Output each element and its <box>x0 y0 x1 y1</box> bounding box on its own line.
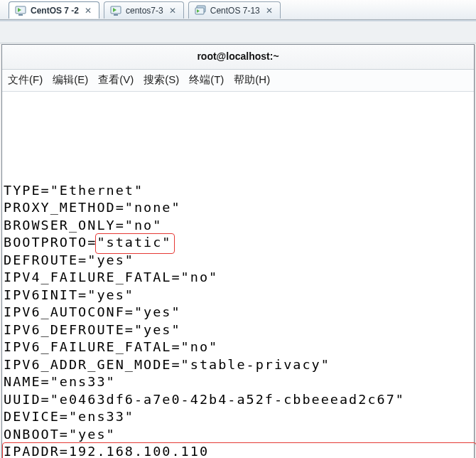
terminal-menu-item[interactable]: 搜索(S) <box>144 73 179 87</box>
vm-tab-label: centos7-3 <box>126 6 163 16</box>
terminal-body[interactable]: https://blog.csdn.net/XuMin6 TYPE="Ether… <box>2 92 474 458</box>
config-line: IPV6INIT="yes" <box>4 287 472 304</box>
vm-tab-label: CentOS 7-13 <box>210 6 260 16</box>
vm-icon <box>15 5 26 16</box>
vm-icon <box>110 5 121 16</box>
config-line: BOOTPROTO="static" <box>4 234 472 252</box>
close-icon[interactable]: ✕ <box>264 6 274 15</box>
config-line: IPV6_FAILURE_FATAL="no" <box>4 339 472 356</box>
config-line: IPV6_DEFROUTE="yes" <box>4 321 472 339</box>
svg-rect-1 <box>18 14 23 16</box>
terminal-titlebar: root@localhost:~ <box>2 45 474 70</box>
window-spacer <box>0 21 476 43</box>
terminal-title: root@localhost:~ <box>197 50 278 62</box>
terminal-menu-item[interactable]: 编辑(E) <box>53 73 88 87</box>
vm-tab[interactable]: CentOS 7-13✕ <box>188 1 281 18</box>
close-icon[interactable]: ✕ <box>83 6 93 15</box>
terminal-menu-item[interactable]: 查看(V) <box>98 73 134 87</box>
vm-tabstrip: CentOS 7 -2✕centos7-3✕CentOS 7-13✕ <box>0 0 476 20</box>
terminal-window: root@localhost:~ 文件(F)编辑(E)查看(V)搜索(S)终端(… <box>1 44 475 458</box>
close-icon[interactable]: ✕ <box>168 6 178 15</box>
config-line: DEFROUTE="yes" <box>4 252 472 270</box>
config-line: BROWSER_ONLY="no" <box>4 217 472 235</box>
config-line: NAME="ens33" <box>4 373 472 391</box>
vm-tab[interactable]: CentOS 7 -2✕ <box>9 1 99 18</box>
vm-icon <box>195 5 206 16</box>
config-line: ONBOOT="yes" <box>4 426 472 444</box>
terminal-menu-item[interactable]: 终端(T) <box>189 73 224 87</box>
config-line: IPV6_ADDR_GEN_MODE="stable-privacy" <box>4 356 472 374</box>
svg-rect-4 <box>114 14 118 16</box>
config-line: IPV6_AUTOCONF="yes" <box>4 304 472 321</box>
config-line: PROXY_METHOD="none" <box>4 199 472 217</box>
config-line: UUID="e0463df6-a7e0-42b4-a52f-cbbeeead2c… <box>4 391 472 409</box>
terminal-menubar: 文件(F)编辑(E)查看(V)搜索(S)终端(T)帮助(H) <box>2 70 474 92</box>
vm-tab-label: CentOS 7 -2 <box>31 6 79 16</box>
terminal-menu-item[interactable]: 帮助(H) <box>234 73 270 87</box>
config-line: IPV4_FAILURE_FATAL="no" <box>4 269 472 287</box>
config-line: IPADDR=192.168.100.110 <box>4 443 472 458</box>
config-line: DEVICE="ens33" <box>4 408 472 426</box>
vm-tab[interactable]: centos7-3✕ <box>104 1 184 18</box>
terminal-menu-item[interactable]: 文件(F) <box>8 73 43 87</box>
config-line: TYPE="Ethernet" <box>4 182 472 200</box>
